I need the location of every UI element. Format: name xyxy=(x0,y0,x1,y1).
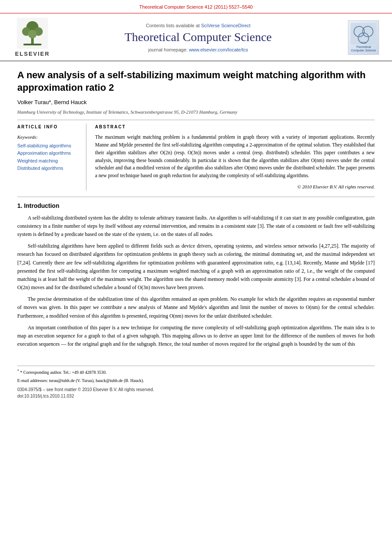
keyword-1: Self-stabilizing algorithms xyxy=(17,142,81,150)
introduction-heading: 1. Introduction xyxy=(17,201,375,210)
abstract-heading: Abstract xyxy=(95,124,375,130)
journal-reference: Theoretical Computer Science 412 (2011) … xyxy=(139,4,252,10)
intro-paragraph-4: An important contribution of this paper … xyxy=(17,324,375,349)
sciverse-line: Contents lists available at SciVerse Sci… xyxy=(59,22,338,29)
article-info-heading: Article Info xyxy=(17,124,81,130)
keywords-label: Keywords: xyxy=(17,134,81,141)
svg-point-6 xyxy=(30,21,35,25)
footer-ids: 0304-3975/$ – see front matter © 2010 El… xyxy=(17,386,375,399)
journal-header: ELSEVIER Contents lists available at Sci… xyxy=(0,13,392,62)
page: Theoretical Computer Science 412 (2011) … xyxy=(0,0,392,535)
keyword-2: Approximation algorithms xyxy=(17,150,81,157)
tcs-logo-line1: Theoretical xyxy=(356,45,371,48)
main-content: A new analysis of a self-stabilizing max… xyxy=(0,61,392,360)
article-info-panel: Article Info Keywords: Self-stabilizing … xyxy=(17,124,86,190)
top-bar: Theoretical Computer Science 412 (2011) … xyxy=(0,0,392,13)
section-divider xyxy=(17,197,375,197)
svg-text:TCS: TCS xyxy=(361,41,366,44)
svg-point-5 xyxy=(28,30,37,38)
keyword-4: Distributed algorithms xyxy=(17,165,81,172)
article-info-abstract: Article Info Keywords: Self-stabilizing … xyxy=(17,120,375,190)
journal-homepage: journal homepage: www.elsevier.com/locat… xyxy=(59,46,338,54)
tcs-logo: TCS Theoretical Computer Science xyxy=(348,20,379,55)
article-title: A new analysis of a self-stabilizing max… xyxy=(17,69,375,94)
abstract-text: The maximum weight matching problem is a… xyxy=(95,134,375,180)
journal-header-middle: Contents lists available at SciVerse Sci… xyxy=(59,22,338,54)
sciverse-link[interactable]: SciVerse ScienceDirect xyxy=(201,23,250,28)
footnote-star: * * Corresponding author. Tel.: +49 40 4… xyxy=(17,369,375,376)
elsevier-tree-icon xyxy=(17,18,48,49)
abstract-panel: Abstract The maximum weight matching pro… xyxy=(95,124,375,190)
svg-rect-7 xyxy=(23,44,41,45)
elsevier-logo: ELSEVIER xyxy=(13,18,52,58)
homepage-link[interactable]: www.elsevier.com/locate/tcs xyxy=(189,47,248,52)
footer-section: * * Corresponding author. Tel.: +49 40 4… xyxy=(17,366,375,399)
article-affiliation: Hamburg University of Technology, Instit… xyxy=(17,108,375,116)
copyright-line: © 2010 Elsevier B.V. All rights reserved… xyxy=(95,183,375,191)
intro-paragraph-1: A self-stabilizing distributed system ha… xyxy=(17,214,375,239)
tcs-logo-image: TCS xyxy=(351,23,376,45)
journal-title: Theoretical Computer Science xyxy=(59,30,338,45)
footnote-email: E-mail addresses: turau@tuhh.de (V. Tura… xyxy=(17,377,375,384)
tcs-logo-container: TCS Theoretical Computer Science xyxy=(344,20,379,55)
keyword-3: Weighted matching xyxy=(17,157,81,165)
tcs-logo-line2: Computer Science xyxy=(351,49,376,52)
intro-paragraph-2: Self-stabilizing algorithms have been ap… xyxy=(17,242,375,292)
intro-paragraph-3: The precise determination of the stabili… xyxy=(17,295,375,320)
elsevier-name: ELSEVIER xyxy=(15,50,50,58)
article-authors: Volker Turau*, Bernd Hauck xyxy=(17,98,375,107)
